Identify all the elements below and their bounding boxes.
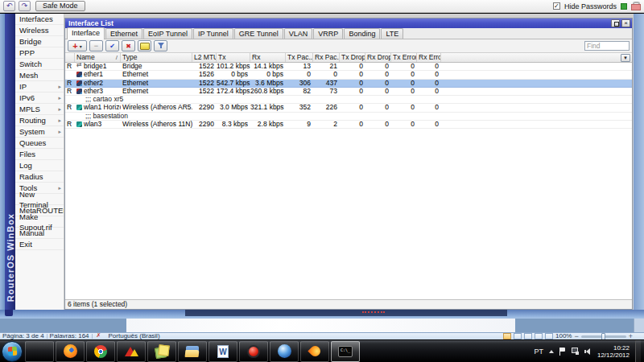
find-input[interactable] [584,41,630,51]
taskbar-item-ares[interactable] [117,341,146,362]
sidebar-item-files[interactable]: Files [15,149,64,160]
taskbar-item-ie[interactable] [25,341,54,362]
sidebar-item-mesh[interactable]: Mesh [15,70,64,81]
remove-button[interactable] [89,40,103,51]
zoom-slider[interactable] [581,335,626,338]
sidebar-item-make-supout-rif[interactable]: Make Supout.rif [15,216,64,228]
table-row-wlan1-horizontal[interactable]: Rwlan1 HorizontalWireless (Atheros AR5..… [65,104,632,112]
enable-button[interactable] [105,40,119,51]
show-desktop-button[interactable] [635,340,641,362]
column-header-tx-errors[interactable]: Tx Errors [391,53,417,62]
tab-gre-tunnel[interactable]: GRE Tunnel [234,28,283,39]
column-header-type[interactable]: Type [121,53,192,62]
language-indicator[interactable]: PT [534,348,543,356]
tab-vlan[interactable]: VLAN [284,28,313,39]
sidebar-item-ip[interactable]: IP [15,81,64,93]
taskbar-item-chrome[interactable] [86,341,115,362]
table-row-ether2[interactable]: Rether2Ethernet1522542.7 kbps3.6 Mbps306… [65,80,632,88]
sidebar-item-label: Radius [19,171,43,182]
word-page-count[interactable]: Página: 3 de 4 [0,333,47,339]
sidebar-item-interfaces[interactable]: Interfaces [15,14,64,25]
sidebar-item-queues[interactable]: Queues [15,138,64,149]
filter-button[interactable] [154,40,167,51]
taskbar-item-flame[interactable] [300,341,329,362]
show-hidden-icons-button[interactable] [549,350,554,353]
column-header-rx-errors[interactable]: Rx Errors [417,53,441,62]
sidebar-item-switch[interactable]: Switch [15,59,64,70]
disable-button[interactable] [122,40,135,51]
hide-passwords-checkbox[interactable]: ✓ [553,2,560,10]
sidebar-item-log[interactable]: Log [15,160,64,171]
taskbar-item-terminal[interactable] [331,341,360,362]
interface-list-titlebar[interactable]: Interface List × [65,19,632,28]
view-fullscreen-button[interactable] [514,333,522,339]
sidebar-item-ipv6[interactable]: IPv6 [15,93,64,104]
volume-icon[interactable] [584,348,592,355]
sidebar-item-wireless[interactable]: Wireless [15,25,64,36]
taskbar-item-red-orb[interactable] [239,341,268,362]
sidebar-item-routing[interactable]: Routing [15,115,64,126]
items-count-label: 6 items (1 selected) [68,300,127,308]
comment-button[interactable] [138,40,151,51]
tab-lte[interactable]: LTE [381,28,403,39]
table-row-bridge1[interactable]: Rbridge1Bridge1522101.2 kbps14.1 kbps132… [65,63,632,71]
word-word-count[interactable]: Palavras: 164 [47,333,92,339]
sidebar-item-bridge[interactable]: Bridge [15,36,64,47]
taskbar-item-explorer[interactable] [178,341,207,362]
table-row-ether1[interactable]: ether1Ethernet15260 bps0 bps000000 [65,71,632,79]
sidebar-item-new-terminal[interactable]: New Terminal [15,194,64,205]
comment-row[interactable]: ;;; cartao xr5 [65,96,632,104]
sidebar-item-radius[interactable]: Radius [15,171,64,183]
column-label: Type [122,53,137,61]
action-center-flag-icon[interactable] [559,348,566,356]
word-scrollbar[interactable] [634,319,644,332]
column-menu-button[interactable]: ▼ [621,54,630,62]
column-header-tx[interactable]: Tx [217,53,250,62]
tab-ip-tunnel[interactable]: IP Tunnel [193,28,233,39]
table-row-ether3[interactable]: Rether3Ethernet1522172.4 kbps260.8 kbps8… [65,88,632,96]
column-header-tx-pac[interactable]: Tx Pac... [286,53,313,62]
view-draft-button[interactable] [545,333,553,339]
taskbar-item-blue-orb[interactable] [270,341,299,362]
word-language[interactable]: Português (Brasil) [106,333,163,339]
sidebar-item-exit[interactable]: Exit [15,239,64,250]
add-button[interactable] [68,40,87,51]
tab-eoip-tunnel[interactable]: EoIP Tunnel [143,28,192,39]
view-outline-button[interactable] [535,333,543,339]
zoom-out-button[interactable]: − [574,334,578,339]
spellcheck-icon[interactable] [96,333,103,339]
close-button[interactable]: × [621,19,630,27]
undo-button[interactable]: ↶ [3,1,15,11]
view-web-layout-button[interactable] [524,333,532,339]
taskbar-item-sticky-notes[interactable] [147,341,176,362]
clock[interactable]: 10:22 12/12/2012 [597,344,630,359]
column-header-rx-drops[interactable]: Rx Drops [365,53,391,62]
tab-ethernet[interactable]: Ethernet [105,28,142,39]
comment-row[interactable]: ;;; basestation [65,113,632,121]
sidebar-item-mpls[interactable]: MPLS [15,104,64,115]
tab-interface[interactable]: Interface [67,27,105,39]
tab-bonding[interactable]: Bonding [344,28,380,39]
start-button[interactable] [2,341,23,362]
safe-mode-button[interactable]: Safe Mode [35,1,85,11]
redo-button[interactable]: ↷ [19,1,31,11]
taskbar-item-firefox[interactable] [56,341,85,362]
column-header-name[interactable]: Name/ [75,53,121,62]
taskbar-item-word[interactable] [208,341,237,362]
terminal-icon [338,346,353,357]
tx_drops-cell: 0 [340,80,365,87]
view-print-layout-button[interactable] [503,333,511,339]
column-header-flag[interactable] [65,53,75,62]
column-header-rx-pac[interactable]: Rx Pac... [313,53,340,62]
zoom-level-label[interactable]: 100% [555,333,572,339]
zoom-in-button[interactable]: + [629,334,633,339]
network-icon[interactable] [572,348,579,355]
sidebar-item-ppp[interactable]: PPP [15,47,64,59]
column-header-rx[interactable]: Rx [250,53,286,62]
sidebar-item-system[interactable]: System [15,126,64,138]
column-header-l2-mtu[interactable]: L2 MTU [192,53,217,62]
tab-vrrp[interactable]: VRRP [313,28,343,39]
restore-button[interactable] [611,19,620,27]
table-row-wlan3[interactable]: Rwlan3Wireless (Atheros 11N)22908.3 kbps… [65,121,632,129]
column-header-tx-drops[interactable]: Tx Drops [340,53,365,62]
